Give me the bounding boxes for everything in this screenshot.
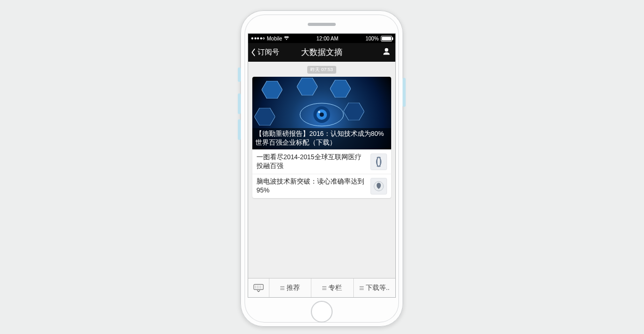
power-button[interactable] [403,78,406,107]
battery-icon [381,36,392,41]
chevron-left-icon [250,48,256,57]
back-button[interactable]: 订阅号 [248,48,279,57]
message-timestamp: 昨天 07:53 [307,66,336,74]
clock-label: 12:00 AM [317,36,338,41]
keyboard-toggle-button[interactable] [248,279,269,297]
svg-marker-1 [297,78,318,95]
article-title: 一图看尽2014-2015全球互联网医疗投融百强 [256,153,366,171]
menu-button-column[interactable]: 专栏 [311,279,353,297]
menu-label: 下载等.. [366,283,390,293]
menu-lines-icon [360,286,364,290]
menu-lines-icon [322,286,326,290]
svg-point-14 [257,286,258,287]
home-button[interactable] [311,301,333,323]
phone-speaker [308,23,336,26]
article-list-item[interactable]: 脑电波技术新突破：读心准确率达到95% [252,174,391,198]
svg-point-18 [257,287,258,288]
person-icon [382,47,391,57]
hero-article[interactable]: 【德勤重磅报告】2016：认知技术成为80%世界百强企业标配（下载） [252,77,391,149]
profile-button[interactable] [382,47,391,58]
signal-dots-icon [251,37,265,39]
svg-marker-0 [262,81,282,99]
svg-rect-12 [254,284,263,289]
menu-label: 推荐 [287,283,300,293]
nav-bar: 订阅号 大数据文摘 [248,43,395,62]
volume-up-button[interactable] [238,93,241,114]
svg-point-8 [320,113,324,117]
article-card: 【德勤重磅报告】2016：认知技术成为80%世界百强企业标配（下载） 一图看尽2… [252,77,391,198]
bottom-menu-bar: 推荐 专栏 下载等.. [248,278,395,297]
svg-point-15 [259,286,260,287]
svg-marker-4 [344,103,364,120]
svg-point-19 [259,287,260,288]
mute-switch[interactable] [238,67,241,82]
hero-article-title: 【德勤重磅报告】2016：认知技术成为80%世界百强企业标配（下载） [252,128,391,149]
article-thumbnail [370,154,387,170]
svg-point-20 [260,287,261,288]
wifi-icon [284,36,289,41]
battery-percent-label: 100% [365,36,379,41]
phone-frame: Mobile 12:00 AM 100% 订阅号 大数据文摘 [240,10,403,327]
carrier-label: Mobile [267,36,282,41]
svg-marker-3 [254,108,275,126]
eye-graphic-icon [299,102,344,128]
status-bar: Mobile 12:00 AM 100% [248,34,395,43]
menu-button-download[interactable]: 下载等.. [354,279,395,297]
svg-point-9 [318,111,320,113]
menu-button-recommend[interactable]: 推荐 [269,279,311,297]
menu-label: 专栏 [328,283,342,293]
volume-down-button[interactable] [238,119,241,140]
article-list-item[interactable]: 一图看尽2014-2015全球互联网医疗投融百强 [252,149,391,174]
keyboard-icon [253,284,264,292]
svg-point-17 [255,287,256,288]
article-title: 脑电波技术新突破：读心准确率达到95% [256,177,366,195]
svg-point-13 [255,286,256,287]
back-label: 订阅号 [257,48,279,57]
screen: Mobile 12:00 AM 100% 订阅号 大数据文摘 [248,33,396,298]
svg-marker-2 [330,80,351,98]
feed-content[interactable]: 昨天 07:53 [248,62,395,278]
article-thumbnail [370,178,387,194]
menu-lines-icon [280,286,284,290]
svg-point-16 [260,286,261,287]
